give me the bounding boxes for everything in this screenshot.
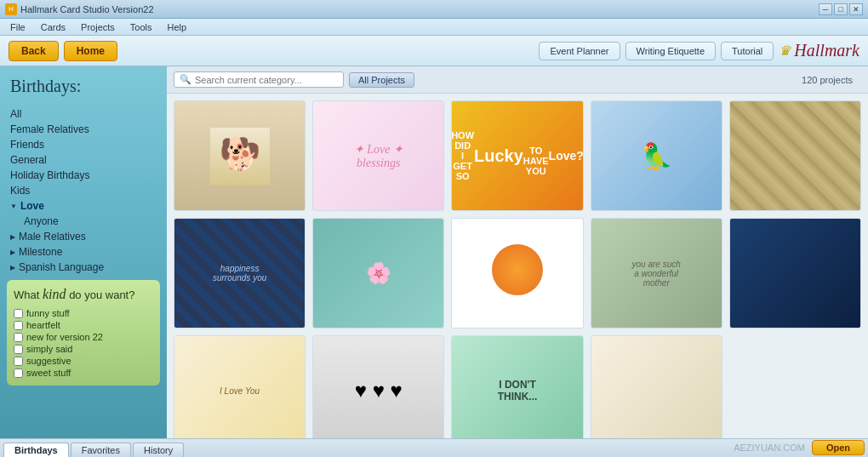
card-item[interactable]: I DON'TTHINK... (451, 335, 583, 438)
toolbar-nav: Back Home (9, 41, 117, 61)
sidebar-item-love[interactable]: ▼ Love (7, 198, 160, 214)
menu-projects[interactable]: Projects (74, 20, 122, 35)
projects-number: 120 (802, 75, 817, 85)
sidebar-item-holiday-birthdays[interactable]: Holiday Birthdays (7, 168, 160, 183)
checkbox-simply[interactable]: simply said (14, 343, 153, 355)
card-item[interactable] (591, 335, 722, 438)
sidebar-item-milestone[interactable]: ▶ Milestone (7, 244, 160, 260)
checkbox-sweet[interactable]: sweet stuff (14, 367, 153, 379)
sidebar-item-friends[interactable]: Friends (7, 137, 160, 152)
sidebar-item-anyone[interactable]: Anyone (7, 214, 160, 229)
maximize-button[interactable]: □ (834, 3, 848, 15)
toolbar: Back Home Event Planner Writing Etiquett… (0, 36, 868, 66)
tutorial-button[interactable]: Tutorial (721, 42, 774, 60)
bottom-tabs: Birthdays Favorites History (3, 443, 184, 457)
menu-help[interactable]: Help (161, 20, 194, 35)
card-item[interactable]: HOW DIDI GET SOLuckyTO HAVE YOULove? (451, 100, 583, 211)
checkbox-heartfelt[interactable]: heartfelt (14, 319, 153, 331)
checkbox-new-input[interactable] (14, 333, 23, 342)
sidebar-item-general[interactable]: General (7, 152, 160, 168)
expand-icon-milestone: ▶ (10, 248, 15, 256)
search-left: 🔍 All Projects (174, 71, 414, 88)
card-item[interactable]: ✦ Love ✦blessings (312, 100, 444, 211)
toolbar-actions: Event Planner Writing Etiquette Tutorial… (539, 41, 859, 60)
event-planner-button[interactable]: Event Planner (539, 42, 620, 60)
card-item[interactable]: I Love You (174, 335, 306, 438)
search-icon: 🔍 (180, 74, 191, 85)
kind-section: What kind do you want? funny stuff heart… (7, 280, 160, 386)
sidebar-item-kids[interactable]: Kids (7, 183, 160, 198)
app-icon: H (5, 3, 17, 15)
main-content: Birthdays: All Female Relatives Friends … (0, 66, 868, 438)
checkbox-heartfelt-input[interactable] (14, 321, 23, 330)
sidebar-milestone-label: Milestone (19, 246, 62, 258)
sidebar-anyone-label: Anyone (24, 215, 59, 227)
search-bar: 🔍 All Projects 120 projects (167, 66, 868, 94)
sidebar-item-all[interactable]: All (7, 106, 160, 122)
window-title: Hallmark Card Studio Version22 (20, 4, 154, 14)
card-item[interactable]: 🦜 (591, 100, 722, 211)
open-button[interactable]: Open (812, 440, 865, 455)
all-projects-button[interactable]: All Projects (349, 72, 414, 88)
card-grid: 🐶 ✦ Love ✦blessings HOW DIDI GET SOLucky… (167, 94, 868, 438)
checkbox-new-label: new for version 22 (26, 332, 103, 342)
expand-icon-spanish: ▶ (10, 264, 15, 271)
checkbox-suggestive-input[interactable] (14, 357, 23, 366)
sidebar-all-label: All (10, 108, 21, 120)
card-item[interactable]: 🐶 (174, 100, 306, 211)
tab-birthdays[interactable]: Birthdays (3, 443, 69, 457)
kind-prefix: What (14, 288, 43, 301)
card-item[interactable]: happinesssurrounds you (174, 218, 306, 328)
expand-icon-male: ▶ (10, 233, 15, 241)
checkbox-sweet-input[interactable] (14, 368, 23, 378)
hallmark-crown-icon: ♛ (779, 43, 791, 59)
search-input[interactable] (195, 75, 331, 85)
close-button[interactable]: ✕ (849, 3, 863, 15)
sidebar-friends-label: Friends (10, 139, 44, 151)
card-item[interactable]: ♥ ♥ ♥ (312, 335, 444, 438)
projects-count: 120 projects (802, 75, 853, 85)
sidebar: Birthdays: All Female Relatives Friends … (0, 66, 167, 438)
checkbox-suggestive[interactable]: suggestive (14, 355, 153, 367)
content-area: 🔍 All Projects 120 projects 🐶 ✦ Love ✦bl… (167, 66, 868, 438)
menu-tools[interactable]: Tools (123, 20, 159, 35)
title-bar: H Hallmark Card Studio Version22 ─ □ ✕ (0, 0, 868, 19)
sidebar-holiday-label: Holiday Birthdays (10, 169, 89, 181)
sidebar-male-relatives-label: Male Relatives (19, 231, 86, 243)
kind-title: What kind do you want? (14, 287, 153, 302)
menu-bar: File Cards Projects Tools Help (0, 19, 868, 36)
checkbox-simply-label: simply said (26, 344, 72, 354)
card-item[interactable] (729, 218, 861, 328)
checkbox-funny-label: funny stuff (26, 308, 70, 318)
checkbox-new[interactable]: new for version 22 (14, 331, 153, 343)
window-controls[interactable]: ─ □ ✕ (819, 3, 863, 15)
sidebar-item-male-relatives[interactable]: ▶ Male Relatives (7, 229, 160, 244)
checkbox-funny-input[interactable] (14, 309, 23, 318)
checkbox-simply-input[interactable] (14, 345, 23, 354)
card-item[interactable]: 🌸 (312, 218, 444, 328)
card-item[interactable]: you are sucha wonderfulmother (591, 218, 722, 328)
kind-keyword: kind (43, 287, 66, 301)
menu-cards[interactable]: Cards (34, 20, 72, 35)
minimize-button[interactable]: ─ (819, 3, 832, 15)
hallmark-logo: ♛ Hallmark (779, 41, 859, 60)
sidebar-item-female-relatives[interactable]: Female Relatives (7, 122, 160, 137)
home-button[interactable]: Home (64, 41, 117, 61)
writing-etiquette-button[interactable]: Writing Etiquette (625, 42, 717, 60)
sidebar-female-relatives-label: Female Relatives (10, 123, 89, 135)
tab-favorites[interactable]: Favorites (71, 443, 131, 457)
expand-icon-love: ▼ (10, 203, 17, 210)
sidebar-general-label: General (10, 154, 47, 166)
card-item[interactable] (729, 100, 861, 211)
back-button[interactable]: Back (9, 41, 59, 61)
checkbox-funny[interactable]: funny stuff (14, 307, 153, 319)
tab-history[interactable]: History (133, 443, 184, 457)
sidebar-love-label: Love (20, 200, 44, 212)
bottom-right: AEZIYUAN.COM Open (734, 440, 865, 457)
card-item[interactable] (451, 218, 583, 328)
menu-file[interactable]: File (3, 20, 32, 35)
search-input-wrap[interactable]: 🔍 (174, 71, 344, 88)
sidebar-item-spanish[interactable]: ▶ Spanish Language (7, 260, 160, 275)
hallmark-name: Hallmark (794, 41, 859, 60)
sidebar-title: Birthdays: (7, 73, 160, 100)
